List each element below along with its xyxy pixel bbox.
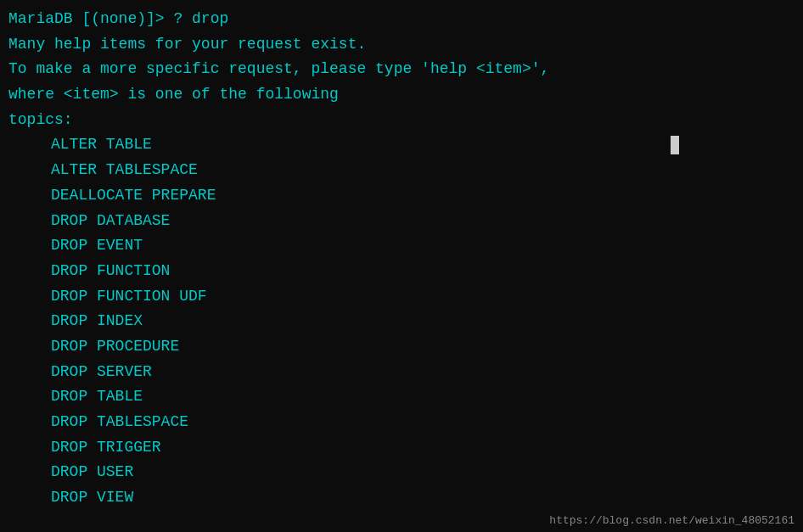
help-line2: To make a more specific request, please … — [8, 57, 795, 82]
terminal-window: MariaDB [(none)]> ? drop Many help items… — [0, 0, 803, 532]
cursor-block — [671, 136, 679, 154]
watermark: https://blog.csdn.net/weixin_48052161 — [549, 514, 795, 527]
topic-item: DROP DATABASE — [8, 209, 795, 234]
topic-item: DROP INDEX — [8, 309, 795, 334]
topic-item: DEALLOCATE PREPARE — [8, 183, 795, 209]
topic-item: DROP TRIGGER — [8, 435, 795, 461]
help-line1: Many help items for your request exist. — [8, 32, 795, 58]
topic-item: DROP SERVER — [8, 360, 795, 385]
topic-item: DROP TABLE — [8, 384, 795, 410]
topic-item: DROP TABLESPACE — [8, 410, 795, 435]
topic-item: DROP EVENT — [8, 233, 795, 259]
help-line3: where <item> is one of the following — [8, 82, 795, 108]
topic-item: DROP FUNCTION — [8, 259, 795, 284]
topic-item: ALTER TABLESPACE — [8, 158, 795, 183]
topic-item: DROP PROCEDURE — [8, 334, 795, 360]
prompt-line: MariaDB [(none)]> ? drop — [8, 7, 795, 32]
topic-item: DROP FUNCTION UDF — [8, 284, 795, 310]
topics-list: ALTER TABLEALTER TABLESPACEDEALLOCATE PR… — [8, 132, 795, 510]
topic-item: DROP USER — [8, 460, 795, 485]
topic-item: DROP VIEW — [8, 485, 795, 511]
help-line4: topics: — [8, 108, 795, 133]
